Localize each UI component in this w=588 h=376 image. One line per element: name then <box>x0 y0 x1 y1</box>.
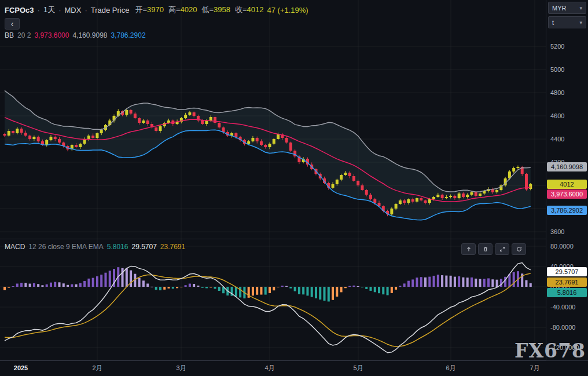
separator-dot: · <box>84 6 87 14</box>
back-button[interactable]: ‹ <box>5 18 20 30</box>
maximize-icon <box>499 246 506 253</box>
ohlc-values: 开=3970 高=4020 低=3958 收=4012 <box>135 5 263 15</box>
low-label: 低= <box>201 5 214 14</box>
open-label: 开= <box>135 5 147 14</box>
bb-legend[interactable]: BB 20 2 3,973.6000 4,160.9098 3,786.2902 <box>5 31 146 39</box>
hist-value-label: 5.8016 <box>547 288 587 297</box>
time-axis-label: 7月 <box>530 361 539 375</box>
time-axis-label: 2025 <box>14 361 28 375</box>
move-pane-up-button[interactable] <box>461 243 476 255</box>
macd-hist-value: 5.8016 <box>107 243 128 251</box>
macd-name: MACD <box>5 243 25 251</box>
bb-basis-value: 3,973.6000 <box>34 31 69 39</box>
unit-value: t <box>552 19 554 26</box>
axis-tick: 4400 <box>550 136 564 143</box>
symbol-name[interactable]: FCPOc3 <box>5 6 34 14</box>
time-axis-label: 3月 <box>176 361 186 375</box>
chevron-down-icon: ▾ <box>579 5 582 11</box>
last-price-label: 4012 <box>547 180 587 189</box>
time-axis-label: 2月 <box>92 361 102 375</box>
macd-value-label: 29.5707 <box>547 267 587 276</box>
interval-label[interactable]: 1天 <box>43 5 55 15</box>
bb-name: BB <box>5 31 14 39</box>
close-number: 4012 <box>247 5 264 14</box>
delete-pane-button[interactable] <box>478 243 493 255</box>
axis-tick: 5200 <box>550 43 564 50</box>
price-type-label: Trade Price <box>91 6 130 14</box>
trash-icon <box>482 246 489 253</box>
price-pane[interactable]: FCPOc3 · 1天 · MDX · Trade Price 开=3970 高… <box>0 0 546 239</box>
maximize-pane-button[interactable] <box>495 243 509 255</box>
close-value: 收=4012 <box>235 5 264 15</box>
bb-upper-value: 4,160.9098 <box>72 31 107 39</box>
restore-icon <box>516 246 523 253</box>
bb-upper-label: 4,160.9098 <box>547 162 587 171</box>
axis-tick: -80.0000 <box>550 324 575 331</box>
low-number: 3958 <box>214 5 230 14</box>
time-axis-label: 4月 <box>264 361 274 375</box>
macd-legend[interactable]: MACD 12 26 close 9 EMA EMA 5.8016 29.570… <box>5 243 185 251</box>
trading-chart-app: FCPOc3 · 1天 · MDX · Trade Price 开=3970 高… <box>0 0 588 376</box>
high-label: 高= <box>168 5 181 14</box>
macd-signal-value: 23.7691 <box>160 243 185 251</box>
macd-pane[interactable]: MACD 12 26 close 9 EMA EMA 5.8016 29.570… <box>0 239 546 360</box>
axis-tick: 4800 <box>550 89 564 96</box>
bb-basis-label: 3,973.6000 <box>547 189 587 199</box>
arrow-up-icon <box>465 246 472 253</box>
axis-tick: -40.0000 <box>550 304 575 311</box>
watermark: FX678 <box>514 340 586 362</box>
currency-value: MYR <box>552 5 566 12</box>
change-value: 47 (+1.19%) <box>267 6 308 14</box>
separator-dot: · <box>58 6 61 14</box>
signal-value-label: 23.7691 <box>547 278 587 287</box>
price-axis[interactable]: MYR ▾ t ▾ 520050004800460044004200400038… <box>546 0 588 360</box>
axis-tick: 5000 <box>550 66 564 73</box>
unit-select[interactable]: t ▾ <box>548 16 586 28</box>
currency-select[interactable]: MYR ▾ <box>548 2 586 14</box>
bb-params: 20 2 <box>17 31 31 39</box>
exchange-label: MDX <box>65 6 82 14</box>
bb-lower-value: 3,786.2902 <box>111 31 146 39</box>
bb-lower-label: 3,786.2902 <box>547 206 587 215</box>
macd-chart[interactable] <box>0 239 546 360</box>
time-axis-label: 5月 <box>353 361 363 375</box>
open-value: 开=3970 <box>135 5 164 15</box>
chevron-down-icon: ▾ <box>579 20 582 25</box>
macd-line-value: 29.5707 <box>131 243 156 251</box>
open-number: 3970 <box>147 5 164 14</box>
macd-params: 12 26 close 9 EMA EMA <box>28 243 103 251</box>
axis-tick: 80.0000 <box>550 243 574 250</box>
high-number: 4020 <box>181 5 197 14</box>
axis-tick: 3600 <box>550 228 564 235</box>
close-label: 收= <box>235 5 247 14</box>
separator-dot: · <box>38 6 40 14</box>
axis-tick: 4600 <box>550 112 564 119</box>
macd-gridlines <box>0 239 546 360</box>
low-value: 低=3958 <box>201 5 230 15</box>
symbol-header: FCPOc3 · 1天 · MDX · Trade Price 开=3970 高… <box>5 5 308 15</box>
time-axis-label: 6月 <box>446 361 455 375</box>
macd-histogram <box>3 267 532 301</box>
restore-pane-button[interactable] <box>512 243 526 255</box>
pane-toolbar <box>461 243 526 255</box>
time-axis[interactable]: 20252月3月4月5月6月7月 <box>0 360 588 376</box>
high-value: 高=4020 <box>168 5 197 15</box>
